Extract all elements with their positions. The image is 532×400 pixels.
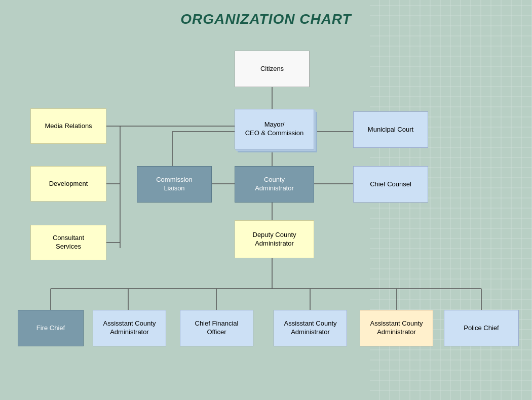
citizens-box: Citizens — [235, 51, 310, 87]
page-title: ORGANIZATION CHART — [0, 0, 532, 27]
deputy-county-admin-box: Deputy County Administrator — [235, 220, 314, 258]
media-relations-box: Media Relations — [30, 108, 106, 144]
commission-liaison-box: Commission Liaison — [137, 166, 212, 203]
fire-chief-box: Fire Chief — [18, 310, 84, 346]
asst-admin-3-box: Assisstant County Administrator — [360, 310, 433, 346]
county-administrator-box: County Administrator — [235, 166, 314, 203]
mayor-box: Mayor/ CEO & Commission — [235, 109, 314, 149]
chart-container: ORGANIZATION CHART — [0, 0, 532, 400]
police-chief-box: Police Chief — [444, 310, 519, 346]
development-box: Development — [30, 166, 106, 202]
asst-admin-2-box: Assisstant County Administrator — [274, 310, 347, 346]
cfo-box: Chief Financial Officer — [180, 310, 253, 346]
municipal-court-box: Municipal Court — [353, 111, 428, 148]
asst-admin-1-box: Assisstant County Administrator — [93, 310, 166, 346]
consultant-services-box: Consultant Services — [30, 225, 106, 260]
chief-counsel-box: Chief Counsel — [353, 166, 428, 203]
